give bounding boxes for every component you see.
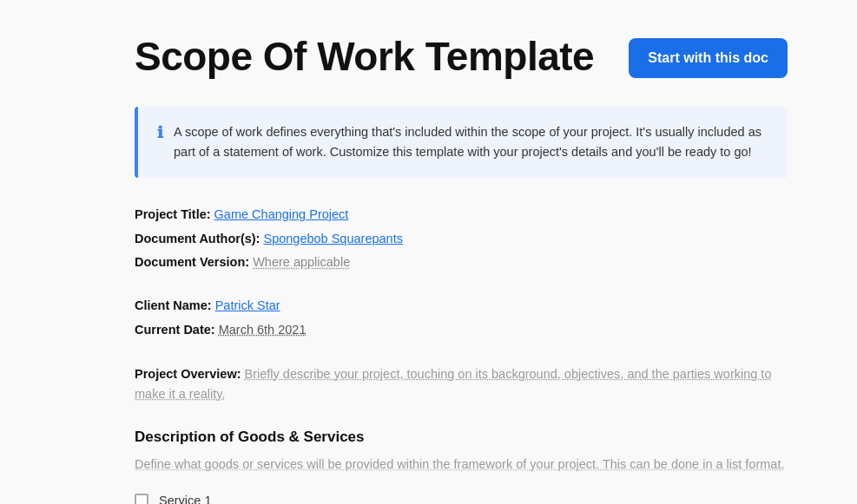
- list-item: Service 1: [135, 494, 788, 504]
- info-box-text: A scope of work defines everything that'…: [174, 122, 768, 162]
- current-date-label: Current Date:: [135, 323, 215, 337]
- project-overview-section: Project Overview: Briefly describe your …: [135, 364, 788, 404]
- current-date-value[interactable]: March 6th 2021: [219, 323, 307, 337]
- metadata-section: Project Title: Game Changing Project Doc…: [135, 206, 788, 272]
- goods-services-title: Description of Goods & Services: [135, 429, 788, 446]
- current-date-row: Current Date: March 6th 2021: [135, 321, 788, 340]
- project-title-value[interactable]: Game Changing Project: [214, 207, 349, 221]
- client-name-row: Client Name: Patrick Star: [135, 297, 788, 316]
- document-version-row: Document Version: Where applicable: [135, 253, 788, 272]
- project-title-row: Project Title: Game Changing Project: [135, 206, 788, 225]
- header-row: Scope Of Work Template Start with this d…: [135, 35, 788, 79]
- project-overview-label: Project Overview:: [135, 367, 241, 381]
- document-authors-value[interactable]: Spongebob Squarepants: [263, 232, 402, 245]
- project-title-label: Project Title:: [135, 207, 211, 221]
- page-title: Scope Of Work Template: [135, 35, 594, 79]
- info-box: ℹ A scope of work defines everything tha…: [135, 107, 788, 178]
- document-version-label: Document Version:: [135, 255, 249, 269]
- start-doc-button[interactable]: Start with this doc: [629, 38, 788, 78]
- goods-services-section: Description of Goods & Services Define w…: [135, 429, 788, 504]
- document-authors-label: Document Author(s):: [135, 232, 260, 245]
- project-overview-row: Project Overview: Briefly describe your …: [135, 364, 788, 404]
- goods-services-placeholder: Define what goods or services will be pr…: [135, 455, 788, 475]
- service-1-label: Service 1: [159, 494, 211, 504]
- client-name-label: Client Name:: [135, 298, 212, 312]
- document-version-value[interactable]: Where applicable: [253, 255, 350, 269]
- checkbox-1[interactable]: [135, 494, 148, 504]
- client-metadata-section: Client Name: Patrick Star Current Date: …: [135, 297, 788, 340]
- client-name-value[interactable]: Patrick Star: [215, 298, 280, 312]
- document-authors-row: Document Author(s): Spongebob Squarepant…: [135, 230, 788, 249]
- checklist: Service 1 Service 2 Service 3: [135, 494, 788, 504]
- info-icon: ℹ: [157, 123, 163, 142]
